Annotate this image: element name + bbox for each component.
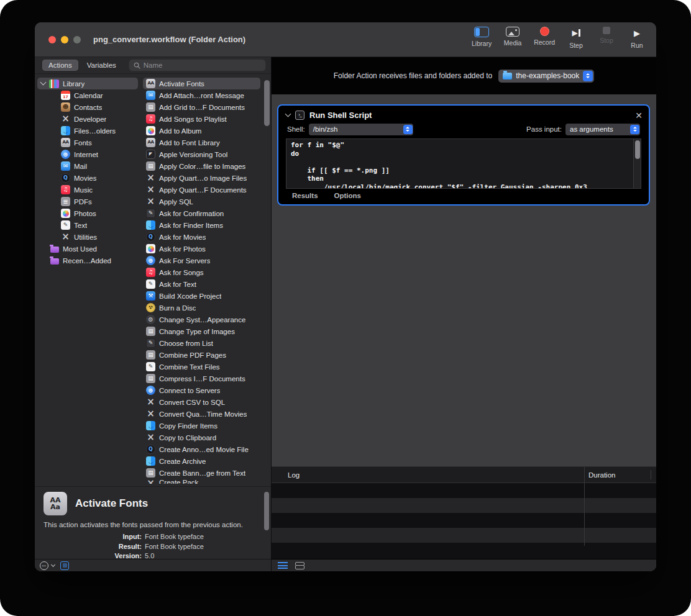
log-list-view-icon[interactable] [278, 562, 288, 569]
tab-actions[interactable]: Actions [42, 60, 78, 71]
action-item-add-grid-to-f-documents[interactable]: Add Grid to…F Documents [143, 101, 260, 113]
sidebar-item-contacts[interactable]: Contacts [37, 101, 138, 113]
search-icon [134, 62, 140, 69]
traffic-lights [48, 36, 81, 43]
workflow-canvas[interactable]: Run Shell Script ✕ Shell: /bin/zsh Pass … [272, 94, 656, 466]
close-window-button[interactable] [48, 36, 56, 43]
sidebar-item-developer[interactable]: Developer [37, 113, 138, 125]
sidebar-item-music[interactable]: Music [37, 184, 138, 196]
action-item-copy-finder-items[interactable]: Copy Finder Items [143, 420, 260, 432]
action-item-add-attach-ront-message[interactable]: Add Attach…ront Message [143, 89, 260, 101]
media-browser-toggle-icon[interactable] [60, 561, 69, 570]
sidebar-item-utilities[interactable]: Utilities [37, 231, 138, 243]
preview-icon [146, 161, 155, 171]
sidebar-item-mail[interactable]: Mail [37, 160, 138, 172]
chevron-down-icon[interactable] [51, 563, 55, 567]
action-item-add-to-album[interactable]: Add to Album [143, 125, 260, 137]
action-item-ask-for-text[interactable]: Ask for Text [143, 278, 260, 290]
pass-input-popup-button[interactable]: as arguments [565, 124, 640, 135]
action-item-combine-text-files[interactable]: Combine Text Files [143, 361, 260, 373]
action-item-change-syst-appearance[interactable]: Change Syst…Appearance [143, 314, 260, 325]
shell-script-editor[interactable]: for f in "$@" do if [[ $f == *.png ]] th… [286, 138, 641, 189]
finder-icon [61, 126, 70, 135]
action-menu-icon[interactable] [40, 561, 48, 570]
actions-list-scrollbar[interactable] [263, 74, 271, 486]
action-item-apply-quart-f-documents[interactable]: Apply Quart…F Documents [143, 184, 260, 196]
disclosure-chevron-icon[interactable] [40, 79, 47, 86]
code-scrollbar[interactable] [633, 139, 641, 188]
sidebar-item-pdfs[interactable]: PDFs [37, 196, 138, 207]
action-item-apply-quart-o-image-files[interactable]: Apply Quart…o Image Files [143, 172, 260, 184]
action-item-build-xcode-project[interactable]: Build Xcode Project [143, 290, 260, 302]
disclosure-chevron-icon[interactable] [285, 111, 291, 117]
photos-app-icon [146, 244, 155, 253]
action-item-apply-color-file-to-images[interactable]: Apply Color…file to Images [143, 160, 260, 172]
sidebar-item-files-olders[interactable]: Files…olders [37, 125, 138, 137]
log-stack-view-icon[interactable] [295, 562, 304, 569]
toolbar-media-button[interactable]: Media [503, 27, 522, 47]
zoom-window-button[interactable] [73, 36, 81, 43]
folder-popup-button[interactable]: the-examples-book [498, 70, 594, 83]
action-item-burn-a-disc[interactable]: Burn a Disc [143, 302, 260, 314]
sidebar-item-text[interactable]: Text [37, 219, 138, 231]
close-action-icon[interactable]: ✕ [635, 111, 643, 120]
minimize-window-button[interactable] [61, 36, 68, 43]
action-item-label: Burn a Disc [159, 304, 196, 312]
sidebar-item-most-used[interactable]: Most Used [37, 243, 138, 255]
action-item-connect-to-servers[interactable]: Connect to Servers [143, 384, 260, 396]
action-item-activate-fonts[interactable]: Activate Fonts [143, 78, 260, 89]
shell-script-code[interactable]: for f in "$@" do if [[ $f == *.png ]] th… [291, 141, 631, 189]
action-item-copy-to-clipboard[interactable]: Copy to Clipboard [143, 432, 260, 443]
action-item-ask-for-movies[interactable]: Ask for Movies [143, 231, 260, 243]
description-fields: Input:Font Book typefaceResult:Font Book… [43, 532, 262, 561]
sidebar-item-label: Recen…Added [63, 257, 111, 265]
action-item-convert-csv-to-sql[interactable]: Convert CSV to SQL [143, 396, 260, 408]
action-item-ask-for-confirmation[interactable]: Ask for Confirmation [143, 207, 260, 219]
options-tab[interactable]: Options [334, 192, 361, 199]
filter-bar: Actions Variables Name [35, 57, 271, 73]
description-scrollbar-thumb[interactable] [264, 492, 269, 530]
action-item-choose-from-list[interactable]: Choose from List [143, 337, 260, 349]
sidebar-item-fonts[interactable]: Fonts [37, 137, 138, 148]
sidebar-item-library[interactable]: Library [37, 78, 138, 89]
action-item-ask-for-finder-items[interactable]: Ask for Finder Items [143, 219, 260, 231]
toolbar-button-label: Media [504, 39, 522, 47]
shell-popup-button[interactable]: /bin/zsh [309, 124, 413, 135]
action-item-create-pack[interactable]: Create Pack… [143, 479, 260, 484]
action-item-change-type-of-images[interactable]: Change Type of Images [143, 325, 260, 337]
action-item-apple-versioning-tool[interactable]: Apple Versioning Tool [143, 148, 260, 160]
action-item-ask-for-servers[interactable]: Ask For Servers [143, 255, 260, 266]
code-scrollbar-thumb[interactable] [635, 140, 640, 159]
sidebar-item-photos[interactable]: Photos [37, 207, 138, 219]
action-item-add-to-font-library[interactable]: Add to Font Library [143, 137, 260, 148]
log-panel: Log Duration [272, 466, 656, 559]
action-item-compress-i-f-documents[interactable]: Compress I…F Documents [143, 373, 260, 384]
action-item-create-anno-ed-movie-file[interactable]: Create Anno…ed Movie File [143, 443, 260, 455]
results-tab[interactable]: Results [292, 192, 318, 199]
action-item-create-archive[interactable]: Create Archive [143, 455, 260, 467]
action-item-ask-for-songs[interactable]: Ask for Songs [143, 266, 260, 278]
pass-input-group: Pass input: as arguments [526, 124, 640, 135]
toolbar-stop-button: Stop [597, 27, 616, 44]
toolbar-record-button[interactable]: Record [534, 27, 555, 46]
tab-variables[interactable]: Variables [81, 60, 122, 71]
sidebar-item-internet[interactable]: Internet [37, 148, 138, 160]
fontbook-icon [61, 138, 70, 147]
toolbar-step-button[interactable]: Step [567, 27, 585, 49]
search-input[interactable]: Name [129, 59, 266, 71]
run-shell-script-action[interactable]: Run Shell Script ✕ Shell: /bin/zsh Pass … [277, 104, 650, 206]
sidebar-item-movies[interactable]: Movies [37, 172, 138, 184]
action-item-convert-qua-time-movies[interactable]: Convert Qua…Time Movies [143, 408, 260, 420]
scrollbar-thumb[interactable] [264, 80, 270, 126]
sidebar-item-calendar[interactable]: Calendar [37, 89, 138, 101]
action-item-create-bann-ge-from-text[interactable]: Create Bann…ge from Text [143, 467, 260, 479]
toolbar-run-button[interactable]: Run [628, 27, 646, 49]
sidebar-item-recen-added[interactable]: Recen…Added [37, 255, 138, 266]
action-item-ask-for-photos[interactable]: Ask for Photos [143, 243, 260, 255]
toolbar-library-button[interactable]: Library [472, 27, 492, 47]
action-item-combine-pdf-pages[interactable]: Combine PDF Pages [143, 349, 260, 361]
action-item-add-songs-to-playlist[interactable]: Add Songs to Playlist [143, 113, 260, 125]
action-item-label: Copy to Clipboard [159, 434, 216, 442]
action-item-apply-sql[interactable]: Apply SQL [143, 196, 260, 207]
action-item-label: Add Grid to…F Documents [159, 104, 245, 111]
